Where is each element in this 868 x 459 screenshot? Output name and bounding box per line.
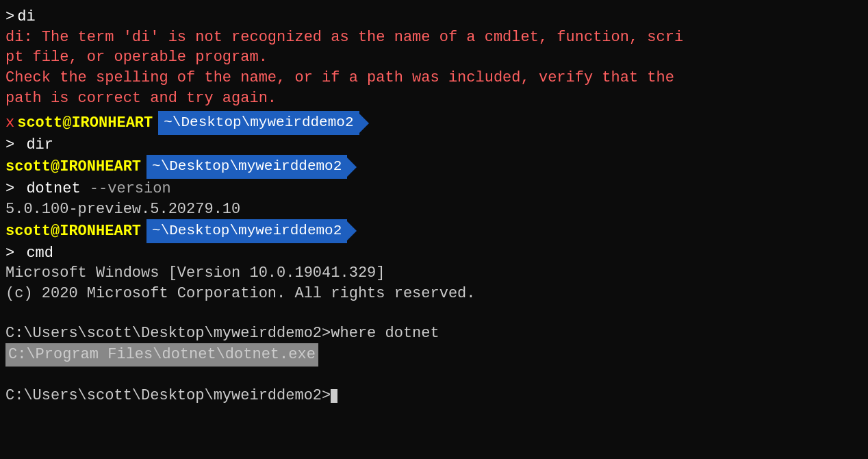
prompt-symbol-dotnet: > (5, 179, 14, 199)
command-dotnet: dotnet (17, 179, 80, 199)
terminal-window: > di di: The term 'di' is not recognized… (0, 0, 868, 459)
command-cmd: cmd (17, 243, 53, 264)
user-host-1: scott@IRONHEART (17, 113, 153, 134)
line-dir: > dir (5, 135, 863, 156)
line-dotnet: > dotnet --version (5, 179, 863, 199)
path-badge-3: ~\Desktop\myweirddemo2 (146, 219, 347, 243)
command-di: di (17, 7, 35, 27)
terminal-cursor (331, 389, 337, 403)
error-text-2: pt file, or operable program. (5, 47, 268, 68)
windows-version-text: Microsoft Windows [Version 10.0.19041.32… (5, 263, 385, 284)
path-wrapper-1: ~\Desktop\myweirddemo2 (158, 111, 368, 134)
error-line-1: di: The term 'di' is not recognized as t… (5, 27, 863, 48)
dotnet-version-output: 5.0.100-preview.5.20279.10 (5, 199, 863, 220)
path-wrapper-2: ~\Desktop\myweirddemo2 (146, 155, 357, 178)
path-badge-1: ~\Desktop\myweirddemo2 (158, 111, 359, 134)
prompt-symbol-1: > (5, 7, 14, 27)
x-mark: x (5, 113, 14, 134)
path-wrapper-3: ~\Desktop\myweirddemo2 (146, 219, 357, 243)
line-1: > di (5, 7, 863, 27)
error-line-2: pt file, or operable program. (5, 47, 863, 68)
prompt-symbol-cmd: > (5, 243, 14, 264)
path-badge-2: ~\Desktop\myweirddemo2 (146, 155, 347, 178)
error-text-3: Check the spelling of the name, or if a … (5, 68, 674, 88)
highlighted-output-line: C:\Program Files\dotnet\dotnet.exe (5, 343, 863, 367)
user-prompt-2: scott@IRONHEART ~\Desktop\myweirddemo2 (5, 155, 863, 178)
user-prompt-x: x scott@IRONHEART ~\Desktop\myweirddemo2 (5, 111, 863, 134)
windows-version-line: Microsoft Windows [Version 10.0.19041.32… (5, 263, 863, 284)
dotnet-version-text: 5.0.100-preview.5.20279.10 (5, 199, 240, 220)
where-dotnet-command: where dotnet (331, 323, 439, 344)
final-cmd-prompt: C:\Users\scott\Desktop\myweirddemo2> (5, 386, 331, 406)
copyright-text: (c) 2020 Microsoft Corporation. All righ… (5, 284, 476, 304)
command-dir: dir (17, 135, 53, 156)
empty-line-1 (5, 304, 863, 323)
path-arrow-3 (347, 221, 357, 240)
dotnet-args: --version (81, 179, 171, 199)
dotnet-path-output: C:\Program Files\dotnet\dotnet.exe (5, 343, 318, 367)
copyright-line: (c) 2020 Microsoft Corporation. All righ… (5, 284, 863, 304)
error-line-3: Check the spelling of the name, or if a … (5, 68, 863, 88)
line-cmd: > cmd (5, 243, 863, 264)
path-arrow-1 (359, 114, 369, 133)
error-line-4: path is correct and try again. (5, 88, 863, 109)
prompt-symbol-dir: > (5, 135, 14, 156)
cmd-where-dotnet-line: C:\Users\scott\Desktop\myweirddemo2> whe… (5, 323, 863, 344)
path-arrow-2 (347, 158, 357, 177)
error-text-4: path is correct and try again. (5, 88, 277, 109)
user-host-3: scott@IRONHEART (5, 221, 141, 242)
cmd-prompt-path-1: C:\Users\scott\Desktop\myweirddemo2> (5, 323, 331, 344)
user-prompt-3: scott@IRONHEART ~\Desktop\myweirddemo2 (5, 219, 863, 243)
user-host-2: scott@IRONHEART (5, 157, 141, 177)
final-cmd-prompt-line: C:\Users\scott\Desktop\myweirddemo2> (5, 386, 863, 406)
error-text-1: di: The term 'di' is not recognized as t… (5, 27, 683, 48)
empty-line-2 (5, 367, 863, 386)
